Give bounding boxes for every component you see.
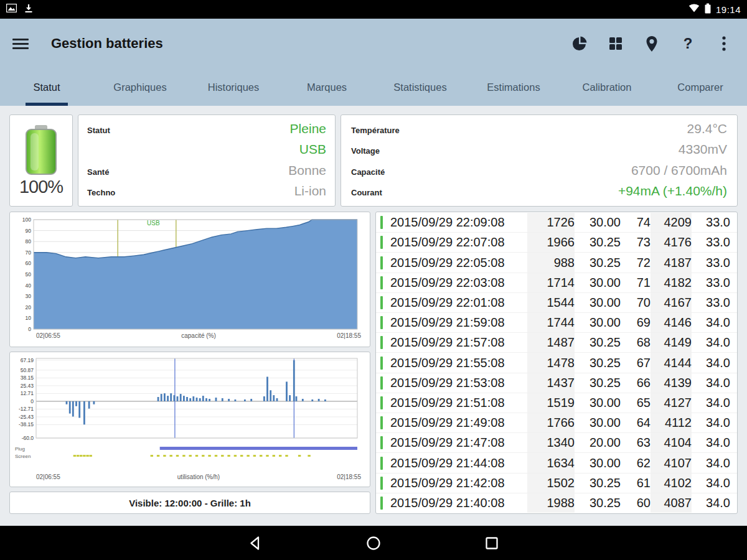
table-row[interactable]: 2015/09/29 22:09:08172630.0074420933.0 [376, 213, 737, 233]
svg-text:25.43: 25.43 [21, 383, 34, 389]
visible-range-bar[interactable]: Visible: 12:00:00 - Grille: 1h [9, 492, 370, 514]
row-status-tick [380, 477, 383, 490]
tab-label: Comparer [677, 82, 723, 93]
table-row[interactable]: 2015/09/29 21:57:08148730.2568414934.0 [376, 333, 737, 353]
table-cell: 34.0 [692, 333, 730, 352]
pie-chart-icon[interactable] [571, 35, 588, 52]
table-cell: 1714 [527, 273, 575, 292]
table-cell: 2015/09/29 22:01:08 [387, 293, 527, 312]
tab-bar: StatutGraphiquesHistoriquesMarquesStatis… [0, 68, 747, 106]
usage-chart[interactable]: 67.1950.8738.1525.4312.710-12.71-25.43-3… [14, 356, 360, 473]
battery-icon [705, 3, 711, 16]
x-end-label: 02|18:55 [337, 332, 361, 339]
table-row[interactable]: 2015/09/29 21:55:08147830.2567414434.0 [376, 353, 737, 373]
recents-icon[interactable] [484, 535, 500, 551]
row-status-tick [380, 276, 383, 289]
overflow-icon[interactable] [716, 35, 732, 52]
table-cell: 2015/09/29 21:59:08 [387, 313, 527, 332]
row-status-tick [380, 316, 383, 329]
svg-text:67.19: 67.19 [21, 357, 34, 363]
tab-marques[interactable]: Marques [280, 68, 374, 106]
table-cell: 69 [621, 313, 651, 332]
table-row[interactable]: 2015/09/29 21:53:08143730.2566413934.0 [376, 373, 737, 393]
row-status-tick [380, 336, 383, 349]
table-row[interactable]: 2015/09/29 22:01:08154430.0070416733.0 [376, 293, 737, 313]
field-row: TechnoLi-ion [87, 184, 326, 198]
menu-icon[interactable] [12, 39, 29, 49]
table-row[interactable]: 2015/09/29 22:05:0898830.2572418733.0 [376, 253, 737, 273]
table-row[interactable]: 2015/09/29 21:44:08163430.0062410734.0 [376, 453, 737, 473]
table-cell: 4167 [651, 293, 692, 312]
table-cell: 1726 [527, 213, 575, 232]
table-row[interactable]: 2015/09/29 22:07:08196630.2573417633.0 [376, 233, 737, 253]
row-status-tick [380, 497, 383, 510]
table-cell: 1966 [527, 233, 575, 252]
apps-grid-icon[interactable] [608, 35, 624, 52]
location-icon[interactable] [644, 35, 660, 52]
table-cell: 34.0 [692, 433, 730, 452]
tab-graphiques[interactable]: Graphiques [93, 68, 187, 106]
table-row[interactable]: 2015/09/29 22:03:08171430.0071418233.0 [376, 273, 737, 293]
tab-statistiques[interactable]: Statistiques [374, 68, 467, 106]
table-cell: 4107 [651, 453, 692, 472]
table-cell: 4104 [651, 433, 692, 452]
usage-chart-card: 67.1950.8738.1525.4312.710-12.71-25.43-3… [9, 352, 370, 487]
svg-text:100: 100 [22, 217, 31, 223]
table-cell: 30.00 [575, 313, 621, 332]
x-start-label: 02|06:55 [36, 474, 60, 480]
page-title: Gestion batteries [51, 35, 163, 52]
table-cell: 62 [621, 453, 651, 472]
table-cell: 30.25 [575, 253, 621, 272]
svg-text:80: 80 [26, 238, 32, 245]
table-cell: 1634 [527, 453, 575, 472]
table-row[interactable]: 2015/09/29 21:40:08198830.2560408734.0 [376, 493, 737, 513]
table-cell: 1478 [527, 353, 575, 372]
capacity-chart[interactable]: 0102030405060708090100USB [14, 216, 360, 332]
table-cell: 1988 [527, 493, 575, 513]
field-label: Température [351, 126, 400, 135]
tab-historiques[interactable]: Historiques [187, 68, 280, 106]
help-icon[interactable]: ? [680, 35, 696, 52]
table-cell: 2015/09/29 22:07:08 [387, 233, 527, 252]
row-status-tick [380, 436, 383, 449]
table-row[interactable]: 2015/09/29 21:49:08176630.0064411234.0 [376, 413, 737, 433]
field-label: Techno [87, 188, 115, 197]
wifi-icon [688, 4, 700, 15]
table-cell: 4146 [651, 313, 692, 332]
table-row[interactable]: 2015/09/29 21:59:08174430.0069414634.0 [376, 313, 737, 333]
table-cell: 33.0 [692, 253, 730, 272]
visible-range-text: Visible: 12:00:00 - Grille: 1h [129, 498, 251, 508]
table-cell: 4149 [651, 333, 692, 352]
field-row: SantéBonne [87, 163, 326, 178]
tab-estimations[interactable]: Estimations [467, 68, 560, 106]
table-cell: 30.25 [575, 353, 621, 372]
tab-comparer[interactable]: Comparer [654, 68, 747, 106]
table-cell: 34.0 [692, 373, 730, 393]
table-cell: 30.00 [575, 393, 621, 413]
table-row[interactable]: 2015/09/29 21:47:08134020.0063410434.0 [376, 433, 737, 453]
field-value: Li-ion [294, 184, 326, 198]
active-tab-underline [26, 103, 68, 106]
tab-calibration[interactable]: Calibration [560, 68, 654, 106]
table-cell: 4102 [651, 474, 692, 493]
table-cell: 34.0 [692, 413, 730, 432]
svg-text:50.87: 50.87 [21, 367, 34, 373]
tab-statut[interactable]: Statut [0, 68, 93, 106]
home-icon[interactable] [365, 535, 382, 551]
table-cell: 4139 [651, 373, 692, 393]
table-row[interactable]: 2015/09/29 21:51:08151930.0065412734.0 [376, 393, 737, 413]
field-value: +94mA (+1.40%/h) [618, 184, 727, 198]
field-value: 4330mV [679, 142, 727, 157]
table-cell: 30.25 [575, 233, 621, 252]
table-row[interactable]: 2015/09/29 21:42:08150230.2561410234.0 [376, 474, 737, 493]
table-cell: 33.0 [692, 293, 730, 312]
table-cell: 988 [527, 253, 575, 272]
table-cell: 30.25 [575, 373, 621, 393]
table-cell: 4144 [651, 353, 692, 372]
back-icon[interactable] [247, 535, 263, 551]
svg-text:-38.15: -38.15 [19, 421, 34, 427]
table-cell: 2015/09/29 21:53:08 [387, 373, 527, 393]
table-cell: 2015/09/29 21:47:08 [387, 433, 527, 452]
screenshot-notification-icon [6, 4, 17, 15]
table-cell: 1487 [527, 333, 575, 352]
